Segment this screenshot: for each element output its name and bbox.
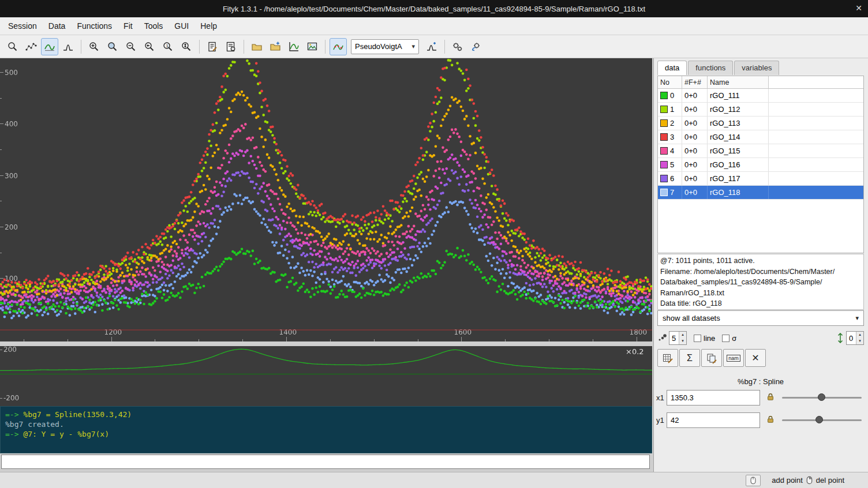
undo-fit-button[interactable] xyxy=(467,38,485,55)
data-table-button[interactable] xyxy=(657,349,678,367)
rename-dataset-button[interactable]: nam xyxy=(723,349,744,367)
dataset-row-rGO_118[interactable]: 70+0rGO_118 xyxy=(658,186,863,200)
spin-up-icon[interactable]: ▴ xyxy=(679,332,686,338)
lock-y1-button[interactable] xyxy=(764,413,777,427)
menu-data[interactable]: Data xyxy=(43,18,72,33)
baseline-mode-button[interactable] xyxy=(41,38,58,55)
peak-type-dropdown[interactable]: PseudoVoigtA ▾ xyxy=(351,39,419,54)
toolbar-separator xyxy=(199,40,200,54)
dataset-color-swatch[interactable] xyxy=(660,161,668,168)
delete-dataset-button[interactable]: ✕ xyxy=(745,349,766,367)
load-data-button[interactable] xyxy=(248,38,265,55)
shift-spinner[interactable]: 0 ▴▾ xyxy=(846,331,864,345)
dataset-fcount: 0+0 xyxy=(682,117,708,130)
dataset-row-rGO_115[interactable]: 40+0rGO_115 xyxy=(658,144,863,158)
x1-slider[interactable] xyxy=(782,392,862,403)
checkbox-box[interactable] xyxy=(694,335,701,342)
zoom-selection-button[interactable] xyxy=(104,38,121,55)
grid-edit-icon xyxy=(662,352,674,364)
spin-up-icon[interactable]: ▴ xyxy=(856,332,863,338)
menu-session[interactable]: Session xyxy=(2,18,43,33)
edit-data-curve-icon xyxy=(332,41,344,52)
zoom-in-button[interactable] xyxy=(85,38,103,55)
dataset-number: 6 xyxy=(670,174,674,183)
dataset-number: 1 xyxy=(670,105,674,114)
zoom-mode-button[interactable] xyxy=(4,38,21,55)
param-y1-label: y1 xyxy=(656,416,667,425)
load-data-custom-button[interactable] xyxy=(267,38,284,55)
dataset-row-rGO_111[interactable]: 00+0rGO_111 xyxy=(658,89,863,103)
export-image-button[interactable] xyxy=(304,38,321,55)
aux-plot-area[interactable] xyxy=(0,344,652,408)
dataset-color-swatch[interactable] xyxy=(660,92,668,99)
tab-variables[interactable]: variables xyxy=(734,61,779,75)
toolbar-separator xyxy=(244,40,244,54)
data-editor-button[interactable] xyxy=(330,38,347,55)
menu-help[interactable]: Help xyxy=(194,18,223,33)
show-log-button[interactable] xyxy=(222,38,240,55)
zoom-out-button[interactable] xyxy=(122,38,140,55)
sigma-checkbox[interactable]: σ xyxy=(722,334,736,343)
mouse-icon xyxy=(806,476,813,485)
zoom-in-icon xyxy=(88,41,100,52)
tab-data[interactable]: data xyxy=(657,61,687,75)
dataset-row-rGO_112[interactable]: 10+0rGO_112 xyxy=(658,103,863,117)
close-window-button[interactable]: ✕ xyxy=(855,3,862,13)
dataset-row-rGO_117[interactable]: 60+0rGO_117 xyxy=(658,172,863,186)
tab-functions[interactable]: functions xyxy=(688,61,733,75)
spin-down-icon[interactable]: ▾ xyxy=(679,338,686,344)
log-icon xyxy=(225,41,237,52)
slider-thumb[interactable] xyxy=(818,393,825,401)
dataset-name: rGO_117 xyxy=(708,172,769,185)
menu-gui[interactable]: GUI xyxy=(169,18,194,33)
dataset-filler xyxy=(769,130,863,144)
dataset-color-swatch[interactable] xyxy=(660,147,668,155)
param-x1-input[interactable] xyxy=(667,390,760,406)
aux-plot-canvas[interactable] xyxy=(0,346,652,408)
menu-fit[interactable]: Fit xyxy=(118,18,139,33)
slider-thumb[interactable] xyxy=(815,416,823,423)
lock-x1-button[interactable] xyxy=(764,391,777,404)
save-session-button[interactable] xyxy=(285,38,302,55)
dataset-filler xyxy=(769,117,863,130)
dataset-color-swatch[interactable] xyxy=(660,133,668,141)
col-header-no: No xyxy=(658,76,682,88)
param-x1-label: x1 xyxy=(656,393,667,402)
mouse-hint-button[interactable] xyxy=(746,475,761,486)
spin-down-icon[interactable]: ▾ xyxy=(856,338,863,344)
line-checkbox[interactable]: line xyxy=(694,334,715,343)
zoom-all-button[interactable]: 1 xyxy=(159,38,177,55)
transform-data-button[interactable] xyxy=(701,349,722,367)
sum-button[interactable]: Σ xyxy=(679,349,700,367)
menu-bar: SessionDataFunctionsFitToolsGUIHelp xyxy=(0,17,868,35)
run-fit-button[interactable] xyxy=(449,38,466,55)
dataset-row-rGO_116[interactable]: 50+0rGO_116 xyxy=(658,158,863,172)
toolbar-separator xyxy=(325,40,326,54)
y1-slider[interactable] xyxy=(782,414,862,426)
dataset-filter-dropdown[interactable]: show all datasets ▾ xyxy=(657,310,864,326)
edit-script-button[interactable] xyxy=(204,38,221,55)
dataset-row-rGO_113[interactable]: 20+0rGO_113 xyxy=(658,117,863,130)
menu-functions[interactable]: Functions xyxy=(71,18,118,33)
menu-tools[interactable]: Tools xyxy=(139,18,169,33)
zoom-vertical-button[interactable] xyxy=(178,38,195,55)
checkbox-box[interactable] xyxy=(722,335,729,342)
dataset-fcount: 0+0 xyxy=(682,103,708,116)
point-size-spinner[interactable]: 5 ▴▾ xyxy=(669,331,687,345)
add-peak-mode-button[interactable] xyxy=(59,38,77,55)
dataset-color-swatch[interactable] xyxy=(660,106,668,113)
command-input[interactable] xyxy=(1,455,650,469)
dataset-color-swatch[interactable] xyxy=(660,175,668,182)
dataset-color-swatch[interactable] xyxy=(660,119,668,127)
data-range-mode-button[interactable] xyxy=(23,38,40,55)
dataset-color-swatch[interactable] xyxy=(660,189,668,196)
dataset-row-rGO_114[interactable]: 30+0rGO_114 xyxy=(658,130,863,144)
info-line: @7: 1011 points, 1011 active. xyxy=(660,256,861,266)
param-y1-input[interactable] xyxy=(667,412,760,428)
function-header: %bg7 : Spline xyxy=(657,377,864,386)
zoom-previous-button[interactable] xyxy=(141,38,158,55)
auto-add-peak-button[interactable] xyxy=(423,38,440,55)
info-line: Data title: rGO_118 xyxy=(660,298,861,309)
main-plot-area[interactable] xyxy=(0,58,652,341)
main-plot-canvas[interactable] xyxy=(0,58,652,341)
